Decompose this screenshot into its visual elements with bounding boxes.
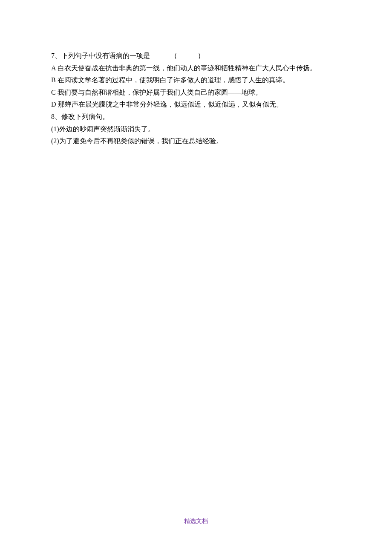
q7-stem: 7、下列句子中没有语病的一项是 （ ） — [51, 50, 349, 61]
q8-stem: 8、修改下列病句。 — [51, 111, 349, 122]
q7-option-d: D 那蝉声在晨光朦胧之中非常分外轻逸，似远似近，似近似远，又似有似无。 — [51, 99, 349, 110]
q7-option-a: A 白衣天使奋战在抗击非典的第一线，他们动人的事迹和牺牲精神在广大人民心中传扬。 — [51, 63, 349, 74]
footer-text: 精选文档 — [0, 517, 392, 525]
q7-option-b: B 在阅读文学名著的过程中，使我明白了许多做人的道理，感悟了人生的真谛。 — [51, 75, 349, 86]
q8-item-1: (1)外边的吵闹声突然渐渐消失了。 — [51, 124, 349, 135]
document-body: 7、下列句子中没有语病的一项是 （ ） A 白衣天使奋战在抗击非典的第一线，他们… — [0, 0, 392, 147]
q8-item-2: (2)为了避免今后不再犯类似的错误，我们正在总结经验。 — [51, 136, 349, 147]
q7-option-c: C 我们要与自然和谐相处，保护好属于我们人类自己的家园——地球。 — [51, 87, 349, 98]
